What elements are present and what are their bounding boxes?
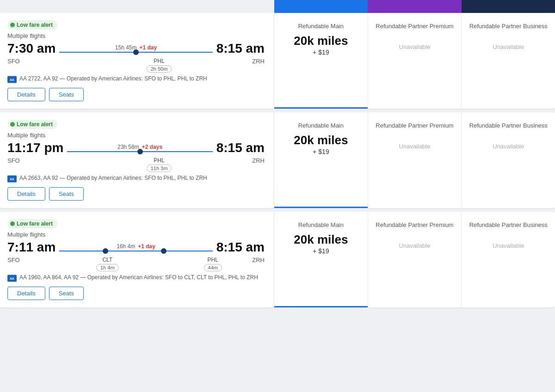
- airline-text: AA 2722, AA 92 — Operated by American Ai…: [19, 75, 207, 82]
- tab-premium[interactable]: [368, 0, 461, 13]
- price-panel-main[interactable]: Refundable Main 20k miles + $19: [274, 13, 368, 107]
- airline-text: AA 1960, AA 864, AA 92 — Operated by Ame…: [19, 274, 258, 281]
- flight-card-1: Low fare alert Multiple flights 11:17 pm…: [0, 112, 555, 208]
- arrive-time: 8:15 am: [216, 41, 265, 56]
- airline-logo-icon: AA: [7, 175, 17, 183]
- price-panels-row: Refundable Main 20k miles + $19 Refundab…: [274, 212, 555, 306]
- badge-dot: [10, 221, 15, 226]
- stop-badge: 11h 3m: [147, 165, 172, 172]
- main-label: Refundable Main: [298, 221, 344, 229]
- business-label: Refundable Partner Business: [469, 22, 548, 31]
- airline-logo-icon: AA: [7, 76, 17, 83]
- premium-unavailable: Unavailable: [399, 43, 431, 50]
- flight-left-2: Low fare alert Multiple flights 7:11 am …: [0, 212, 274, 307]
- tab-business[interactable]: [462, 0, 555, 13]
- flight-type: Multiple flights: [7, 231, 265, 238]
- duration-row: 16h 4m +1 day: [117, 243, 155, 250]
- flight-right-wrapper: Refundable Main 20k miles + $19 Refundab…: [274, 212, 555, 307]
- duration: 16h 4m: [117, 243, 135, 250]
- svg-text:AA: AA: [10, 78, 14, 81]
- price-panels-row: Refundable Main 20k miles + $19 Refundab…: [274, 112, 555, 207]
- price-panel-premium: Refundable Partner Premium Unavailable: [368, 112, 462, 207]
- seats-button[interactable]: Seats: [49, 88, 84, 101]
- flight-right-wrapper: Refundable Main 20k miles + $19 Refundab…: [274, 13, 555, 109]
- seats-button[interactable]: Seats: [49, 187, 84, 201]
- airline-info: AA AA 1960, AA 864, AA 92 — Operated by …: [7, 274, 265, 282]
- page-wrapper: Low fare alert Multiple flights 7:30 am …: [0, 0, 555, 392]
- tab-main[interactable]: [274, 0, 368, 13]
- airports-row: SFO CLT 1h 4m PHL 44m ZRH: [7, 257, 265, 271]
- svg-text:AA: AA: [10, 277, 14, 280]
- main-label: Refundable Main: [298, 22, 344, 31]
- price-panel-main[interactable]: Refundable Main 20k miles + $19: [274, 112, 368, 207]
- stop-dot: [137, 149, 143, 154]
- business-unavailable: Unavailable: [493, 143, 524, 150]
- flight-line-container: 16h 4m +1 day: [59, 243, 212, 251]
- flight-line-container: 23h 58m +2 days: [67, 144, 212, 152]
- details-button[interactable]: Details: [7, 287, 45, 300]
- stop-dot: [133, 49, 139, 55]
- flight-time-row: 7:11 am 16h 4m +1 day 8:15 am: [7, 240, 265, 255]
- business-label: Refundable Partner Business: [469, 122, 548, 130]
- selected-indicator: [274, 107, 368, 109]
- low-fare-badge: Low fare alert: [7, 120, 57, 129]
- stop-1: CLT 1h 4m: [96, 257, 119, 271]
- svg-text:AA: AA: [10, 178, 14, 181]
- stop-badge: 2h 50m: [147, 65, 172, 73]
- flight-line: [59, 52, 212, 53]
- badge-dot: [10, 23, 15, 27]
- arrive-airport: ZRH: [252, 257, 265, 263]
- arrive-airport: ZRH: [252, 157, 265, 164]
- arrive-airport: ZRH: [252, 58, 265, 65]
- business-unavailable: Unavailable: [493, 242, 524, 249]
- depart-airport: SFO: [7, 58, 54, 65]
- airline-text: AA 2663, AA 92 — Operated by American Ai…: [19, 175, 207, 181]
- badge-label: Low fare alert: [17, 220, 53, 227]
- btn-row: Details Seats: [7, 187, 265, 201]
- selected-indicator: [274, 306, 368, 307]
- extra-days: +1 day: [140, 44, 157, 51]
- price-panel-business: Refundable Partner Business Unavailable: [462, 13, 555, 107]
- price-panel-business: Refundable Partner Business Unavailable: [462, 212, 555, 306]
- badge-label: Low fare alert: [17, 121, 53, 128]
- tab-header: [274, 0, 555, 13]
- seats-button[interactable]: Seats: [49, 287, 84, 300]
- flight-left-1: Low fare alert Multiple flights 11:17 pm…: [0, 112, 274, 208]
- flight-card-2: Low fare alert Multiple flights 7:11 am …: [0, 212, 555, 307]
- btn-row: Details Seats: [7, 287, 265, 300]
- flight-type: Multiple flights: [7, 32, 265, 39]
- airline-info: AA AA 2722, AA 92 — Operated by American…: [7, 75, 265, 83]
- main-miles: 20k miles: [294, 134, 348, 147]
- premium-unavailable: Unavailable: [399, 143, 431, 150]
- price-panel-main[interactable]: Refundable Main 20k miles + $19: [274, 212, 368, 306]
- extra-days: +2 days: [142, 144, 162, 150]
- main-cash: + $19: [313, 148, 329, 155]
- arrive-time: 8:15 am: [216, 141, 265, 155]
- flight-card-0: Low fare alert Multiple flights 7:30 am …: [0, 13, 555, 109]
- main-label: Refundable Main: [298, 122, 344, 130]
- stop-dot-2: [161, 248, 166, 254]
- depart-airport: SFO: [7, 157, 54, 164]
- flight-time-row: 11:17 pm 23h 58m +2 days 8:15 am: [7, 141, 265, 155]
- flight-list: Low fare alert Multiple flights 7:30 am …: [0, 13, 555, 307]
- details-button[interactable]: Details: [7, 88, 45, 101]
- duration: 15h 45m: [115, 44, 137, 51]
- badge-label: Low fare alert: [17, 22, 53, 28]
- arrive-time: 8:15 am: [216, 240, 265, 255]
- price-panels-row: Refundable Main 20k miles + $19 Refundab…: [274, 13, 555, 107]
- btn-row: Details Seats: [7, 88, 265, 101]
- depart-time: 7:30 am: [7, 41, 56, 56]
- main-cash: + $19: [313, 49, 329, 56]
- selected-indicator: [274, 207, 368, 208]
- premium-label: Refundable Partner Premium: [376, 221, 453, 229]
- stop-1-badge: 1h 4m: [96, 264, 119, 271]
- main-cash: + $19: [313, 247, 329, 255]
- extra-days: +1 day: [138, 243, 155, 250]
- main-miles: 20k miles: [294, 34, 348, 48]
- business-label: Refundable Partner Business: [469, 221, 548, 229]
- details-button[interactable]: Details: [7, 187, 45, 201]
- flight-line: [67, 151, 212, 152]
- flight-line: [59, 251, 212, 251]
- price-panel-business: Refundable Partner Business Unavailable: [462, 112, 555, 207]
- price-panel-premium: Refundable Partner Premium Unavailable: [368, 13, 462, 107]
